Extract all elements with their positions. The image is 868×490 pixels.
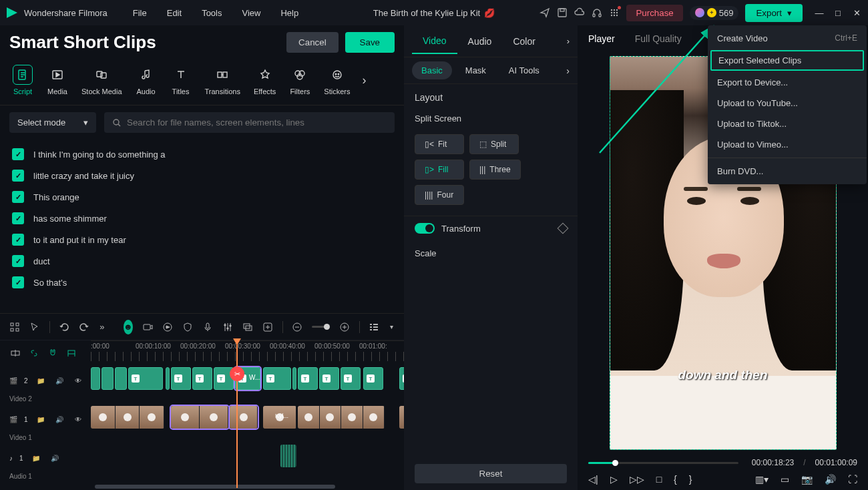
export-button[interactable]: Export ▾: [745, 4, 803, 22]
record-icon[interactable]: [162, 321, 173, 333]
add-icon[interactable]: [262, 321, 273, 333]
checkbox-icon[interactable]: ✓: [12, 148, 24, 160]
video-clip[interactable]: [171, 406, 228, 429]
layout-preview-icon[interactable]: ▥▾: [755, 474, 769, 485]
redo-icon[interactable]: [79, 321, 89, 333]
checkbox-icon[interactable]: ✓: [12, 255, 24, 267]
prev-frame-icon[interactable]: ◁|: [588, 474, 598, 485]
tab-stickers[interactable]: Stickers: [318, 62, 355, 98]
undo-icon[interactable]: [59, 321, 69, 333]
list-view-icon[interactable]: [369, 321, 379, 333]
menu-file[interactable]: File: [125, 5, 155, 21]
script-line[interactable]: ✓This orange: [9, 186, 395, 208]
tab-audio-props[interactable]: Audio: [457, 29, 503, 53]
text-clip[interactable]: T: [399, 367, 404, 390]
eye-icon[interactable]: 👁: [72, 413, 84, 425]
text-clip[interactable]: [115, 367, 127, 390]
split-split-button[interactable]: ⬚Split: [469, 134, 519, 154]
tab-script[interactable]: Script: [7, 62, 39, 98]
upload-tiktok[interactable]: Upload to Tiktok...: [708, 113, 867, 134]
split-fit-button[interactable]: ▯<Fit: [415, 134, 464, 154]
audio-clip[interactable]: [280, 445, 296, 467]
add-track-icon[interactable]: [9, 347, 21, 359]
tab-audio[interactable]: Audio: [130, 62, 162, 98]
text-clip[interactable]: T: [341, 367, 361, 390]
tab-video[interactable]: Video: [412, 29, 457, 54]
script-line[interactable]: ✓duct: [9, 250, 395, 272]
script-line[interactable]: ✓So that's: [9, 272, 395, 293]
speaker-icon[interactable]: 🔊: [49, 452, 61, 464]
mark-out-icon[interactable]: }: [689, 474, 692, 485]
script-line[interactable]: ✓little crazy and take it juicy: [9, 165, 395, 186]
script-line[interactable]: ✓I think I'm going to do something a: [9, 144, 395, 165]
checkbox-icon[interactable]: ✓: [12, 170, 24, 182]
chevron-right-icon[interactable]: ›: [567, 36, 570, 46]
camera-icon[interactable]: [142, 321, 153, 333]
zoom-in-icon[interactable]: [339, 321, 350, 333]
reset-button[interactable]: Reset: [415, 464, 567, 483]
group-icon[interactable]: [242, 321, 253, 333]
keyframe-icon[interactable]: [558, 223, 569, 234]
subtab-basic[interactable]: Basic: [412, 61, 452, 79]
search-input[interactable]: [104, 112, 395, 133]
upload-vimeo[interactable]: Upload to Vimeo...: [708, 134, 867, 155]
apps-icon[interactable]: [609, 7, 620, 18]
credits-badge[interactable]: + 569: [690, 6, 739, 20]
cursor-tool-icon[interactable]: [29, 321, 40, 333]
video-clip[interactable]: [298, 406, 385, 429]
tab-media[interactable]: Media: [41, 62, 73, 98]
checkbox-icon[interactable]: ✓: [12, 234, 24, 246]
chevron-down-icon[interactable]: ▾: [389, 321, 395, 333]
checkbox-icon[interactable]: ✓: [12, 276, 24, 288]
menu-edit[interactable]: Edit: [159, 5, 190, 21]
text-clip[interactable]: T: [171, 367, 191, 390]
text-clip[interactable]: [292, 367, 296, 390]
more-tools-icon[interactable]: »: [99, 321, 105, 333]
display-icon[interactable]: ▭: [781, 474, 789, 485]
playhead[interactable]: [236, 341, 238, 488]
speaker-icon[interactable]: 🔊: [53, 375, 65, 387]
split-four-button[interactable]: ||||Four: [415, 185, 464, 205]
subtab-mask[interactable]: Mask: [456, 61, 495, 79]
text-clip[interactable]: T: [319, 367, 339, 390]
maximize-icon[interactable]: □: [833, 8, 843, 18]
speaker-icon[interactable]: 🔊: [53, 413, 65, 425]
export-create-video[interactable]: Create Video Ctrl+E: [708, 28, 867, 49]
export-to-device[interactable]: Export to Device...: [708, 72, 867, 93]
ai-avatar-icon[interactable]: ☻: [124, 320, 133, 334]
tab-filters[interactable]: Filters: [284, 62, 316, 98]
marker-icon[interactable]: [65, 347, 77, 359]
timeline-scrollbar[interactable]: [95, 485, 313, 489]
eye-icon[interactable]: 👁: [72, 375, 84, 387]
text-clip[interactable]: [101, 367, 114, 390]
magnet-icon[interactable]: [47, 347, 59, 359]
menu-help[interactable]: Help: [272, 5, 306, 21]
text-clip[interactable]: T: [298, 367, 318, 390]
script-line[interactable]: ✓has some shimmer: [9, 208, 395, 229]
player-tab[interactable]: Player: [588, 33, 615, 44]
text-clip[interactable]: T: [263, 367, 291, 390]
transform-toggle[interactable]: [415, 223, 435, 234]
headphones-icon[interactable]: [592, 7, 602, 18]
tab-effects[interactable]: Effects: [248, 62, 281, 98]
folder-icon[interactable]: 📁: [35, 375, 47, 387]
save-button[interactable]: Save: [345, 32, 395, 53]
burn-dvd[interactable]: Burn DVD...: [708, 161, 867, 182]
tab-titles[interactable]: Titles: [165, 62, 197, 98]
menu-tools[interactable]: Tools: [194, 5, 230, 21]
tab-transitions[interactable]: Transitions: [200, 62, 246, 98]
cut-marker-icon[interactable]: ✂: [230, 366, 244, 381]
full-quality-tab[interactable]: Full Quality: [635, 33, 682, 44]
mode-select[interactable]: Select mode ▾: [9, 112, 96, 133]
tab-stock-media[interactable]: Stock Media: [76, 62, 128, 98]
select-tool-icon[interactable]: [9, 321, 20, 333]
snapshot-icon[interactable]: 📷: [801, 474, 813, 485]
chevron-right-icon[interactable]: ›: [566, 65, 570, 76]
mic-icon[interactable]: [202, 321, 213, 333]
link-track-icon[interactable]: [28, 347, 40, 359]
cancel-button[interactable]: Cancel: [286, 32, 339, 53]
text-clip[interactable]: T: [192, 367, 212, 390]
text-clip[interactable]: [166, 367, 170, 390]
search-field[interactable]: [127, 117, 387, 128]
play-icon[interactable]: ▷: [610, 474, 618, 485]
